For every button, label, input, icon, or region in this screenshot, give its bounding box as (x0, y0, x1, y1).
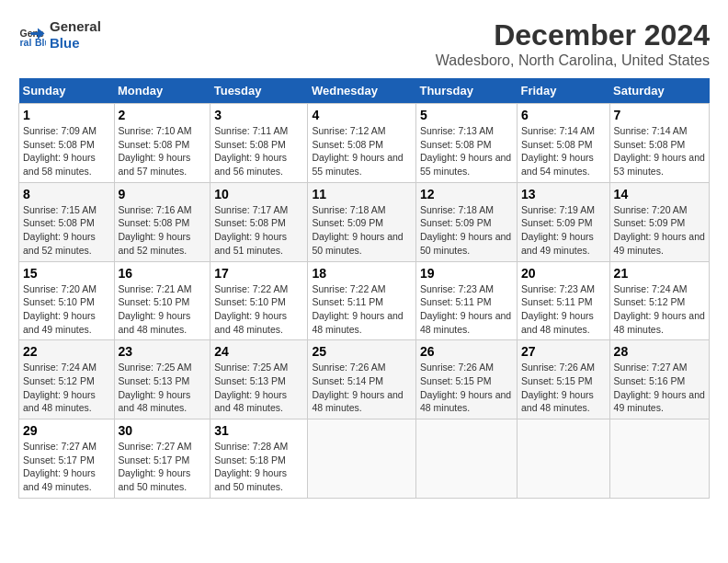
day-info: Sunrise: 7:21 AMSunset: 5:10 PMDaylight:… (119, 282, 207, 337)
calendar-header-row: SundayMondayTuesdayWednesdayThursdayFrid… (19, 78, 710, 104)
header: Gene ral Blue General Blue December 2024… (18, 18, 710, 69)
calendar-cell: 31Sunrise: 7:28 AMSunset: 5:18 PMDayligh… (210, 419, 308, 499)
day-info: Sunrise: 7:22 AMSunset: 5:10 PMDaylight:… (214, 282, 303, 337)
header-thursday: Thursday (415, 78, 517, 104)
day-number: 16 (119, 266, 207, 281)
day-info: Sunrise: 7:27 AMSunset: 5:17 PMDaylight:… (119, 440, 207, 494)
calendar-cell: 26Sunrise: 7:26 AMSunset: 5:15 PMDayligh… (415, 340, 517, 419)
day-info: Sunrise: 7:22 AMSunset: 5:11 PMDaylight:… (312, 282, 412, 337)
day-info: Sunrise: 7:24 AMSunset: 5:12 PMDaylight:… (23, 361, 110, 415)
day-info: Sunrise: 7:26 AMSunset: 5:14 PMDaylight:… (312, 361, 412, 415)
logo: Gene ral Blue General Blue (18, 18, 101, 52)
header-tuesday: Tuesday (210, 78, 308, 104)
header-friday: Friday (517, 78, 609, 104)
day-info: Sunrise: 7:25 AMSunset: 5:13 PMDaylight:… (214, 361, 303, 415)
day-number: 21 (614, 266, 705, 281)
calendar-cell (415, 419, 517, 499)
day-info: Sunrise: 7:27 AMSunset: 5:17 PMDaylight:… (23, 440, 110, 494)
day-number: 18 (312, 266, 412, 281)
day-number: 19 (420, 266, 513, 281)
header-monday: Monday (114, 78, 210, 104)
day-info: Sunrise: 7:19 AMSunset: 5:09 PMDaylight:… (521, 203, 606, 258)
day-info: Sunrise: 7:18 AMSunset: 5:09 PMDaylight:… (420, 203, 513, 258)
calendar-cell: 22Sunrise: 7:24 AMSunset: 5:12 PMDayligh… (19, 340, 115, 419)
calendar-cell: 18Sunrise: 7:22 AMSunset: 5:11 PMDayligh… (308, 261, 416, 340)
day-info: Sunrise: 7:15 AMSunset: 5:08 PMDaylight:… (23, 203, 110, 258)
day-info: Sunrise: 7:12 AMSunset: 5:08 PMDaylight:… (312, 124, 412, 178)
day-number: 10 (214, 187, 303, 201)
calendar-cell (609, 419, 709, 499)
calendar-table: SundayMondayTuesdayWednesdayThursdayFrid… (18, 78, 710, 499)
day-number: 30 (119, 423, 207, 438)
day-number: 20 (521, 266, 606, 281)
day-number: 26 (420, 344, 513, 359)
calendar-cell: 28Sunrise: 7:27 AMSunset: 5:16 PMDayligh… (609, 340, 709, 419)
calendar-cell: 5Sunrise: 7:13 AMSunset: 5:08 PMDaylight… (415, 104, 517, 183)
calendar-cell: 19Sunrise: 7:23 AMSunset: 5:11 PMDayligh… (415, 261, 517, 340)
day-number: 11 (312, 187, 412, 201)
calendar-cell: 27Sunrise: 7:26 AMSunset: 5:15 PMDayligh… (517, 340, 609, 419)
calendar-cell: 20Sunrise: 7:23 AMSunset: 5:11 PMDayligh… (517, 261, 609, 340)
title-area: December 2024 Wadesboro, North Carolina,… (436, 18, 710, 69)
logo-line2: Blue (50, 35, 101, 52)
day-number: 2 (119, 108, 207, 122)
day-info: Sunrise: 7:16 AMSunset: 5:08 PMDaylight:… (119, 203, 207, 258)
day-number: 22 (23, 344, 110, 359)
calendar-cell: 24Sunrise: 7:25 AMSunset: 5:13 PMDayligh… (210, 340, 308, 419)
day-number: 7 (614, 108, 705, 122)
day-number: 8 (23, 187, 110, 201)
calendar-week-row: 29Sunrise: 7:27 AMSunset: 5:17 PMDayligh… (19, 419, 710, 499)
calendar-cell: 1Sunrise: 7:09 AMSunset: 5:08 PMDaylight… (19, 104, 115, 183)
day-number: 3 (214, 108, 303, 122)
header-wednesday: Wednesday (308, 78, 416, 104)
day-number: 14 (614, 187, 705, 201)
day-info: Sunrise: 7:28 AMSunset: 5:18 PMDaylight:… (214, 440, 303, 494)
day-info: Sunrise: 7:26 AMSunset: 5:15 PMDaylight:… (521, 361, 606, 415)
calendar-cell: 16Sunrise: 7:21 AMSunset: 5:10 PMDayligh… (114, 261, 210, 340)
calendar-cell: 8Sunrise: 7:15 AMSunset: 5:08 PMDaylight… (19, 182, 115, 261)
calendar-cell: 4Sunrise: 7:12 AMSunset: 5:08 PMDaylight… (308, 104, 416, 183)
page-subtitle: Wadesboro, North Carolina, United States (436, 52, 710, 69)
calendar-cell: 21Sunrise: 7:24 AMSunset: 5:12 PMDayligh… (609, 261, 709, 340)
calendar-cell (517, 419, 609, 499)
day-info: Sunrise: 7:17 AMSunset: 5:08 PMDaylight:… (214, 203, 303, 258)
day-info: Sunrise: 7:18 AMSunset: 5:09 PMDaylight:… (312, 203, 412, 258)
header-saturday: Saturday (609, 78, 709, 104)
calendar-cell: 11Sunrise: 7:18 AMSunset: 5:09 PMDayligh… (308, 182, 416, 261)
day-info: Sunrise: 7:24 AMSunset: 5:12 PMDaylight:… (614, 282, 705, 337)
day-number: 17 (214, 266, 303, 281)
calendar-cell: 15Sunrise: 7:20 AMSunset: 5:10 PMDayligh… (19, 261, 115, 340)
calendar-cell: 29Sunrise: 7:27 AMSunset: 5:17 PMDayligh… (19, 419, 115, 499)
day-number: 5 (420, 108, 513, 122)
calendar-cell: 14Sunrise: 7:20 AMSunset: 5:09 PMDayligh… (609, 182, 709, 261)
day-number: 27 (521, 344, 606, 359)
calendar-cell: 13Sunrise: 7:19 AMSunset: 5:09 PMDayligh… (517, 182, 609, 261)
calendar-cell: 12Sunrise: 7:18 AMSunset: 5:09 PMDayligh… (415, 182, 517, 261)
day-number: 12 (420, 187, 513, 201)
calendar-cell: 7Sunrise: 7:14 AMSunset: 5:08 PMDaylight… (609, 104, 709, 183)
calendar-week-row: 1Sunrise: 7:09 AMSunset: 5:08 PMDaylight… (19, 104, 710, 183)
day-info: Sunrise: 7:20 AMSunset: 5:10 PMDaylight:… (23, 282, 110, 337)
day-number: 6 (521, 108, 606, 122)
logo-line1: General (50, 18, 101, 35)
calendar-cell: 23Sunrise: 7:25 AMSunset: 5:13 PMDayligh… (114, 340, 210, 419)
day-number: 15 (23, 266, 110, 281)
calendar-cell: 9Sunrise: 7:16 AMSunset: 5:08 PMDaylight… (114, 182, 210, 261)
logo-icon: Gene ral Blue (18, 21, 46, 49)
day-number: 13 (521, 187, 606, 201)
svg-text:Blue: Blue (35, 37, 46, 48)
day-info: Sunrise: 7:20 AMSunset: 5:09 PMDaylight:… (614, 203, 705, 258)
day-info: Sunrise: 7:27 AMSunset: 5:16 PMDaylight:… (614, 361, 705, 415)
day-info: Sunrise: 7:11 AMSunset: 5:08 PMDaylight:… (214, 124, 303, 178)
day-number: 1 (23, 108, 110, 122)
day-info: Sunrise: 7:26 AMSunset: 5:15 PMDaylight:… (420, 361, 513, 415)
day-number: 24 (214, 344, 303, 359)
day-number: 31 (214, 423, 303, 438)
page-title: December 2024 (436, 18, 710, 52)
day-info: Sunrise: 7:10 AMSunset: 5:08 PMDaylight:… (119, 124, 207, 178)
day-info: Sunrise: 7:13 AMSunset: 5:08 PMDaylight:… (420, 124, 513, 178)
calendar-week-row: 8Sunrise: 7:15 AMSunset: 5:08 PMDaylight… (19, 182, 710, 261)
calendar-cell: 25Sunrise: 7:26 AMSunset: 5:14 PMDayligh… (308, 340, 416, 419)
calendar-cell: 30Sunrise: 7:27 AMSunset: 5:17 PMDayligh… (114, 419, 210, 499)
day-info: Sunrise: 7:23 AMSunset: 5:11 PMDaylight:… (420, 282, 513, 337)
